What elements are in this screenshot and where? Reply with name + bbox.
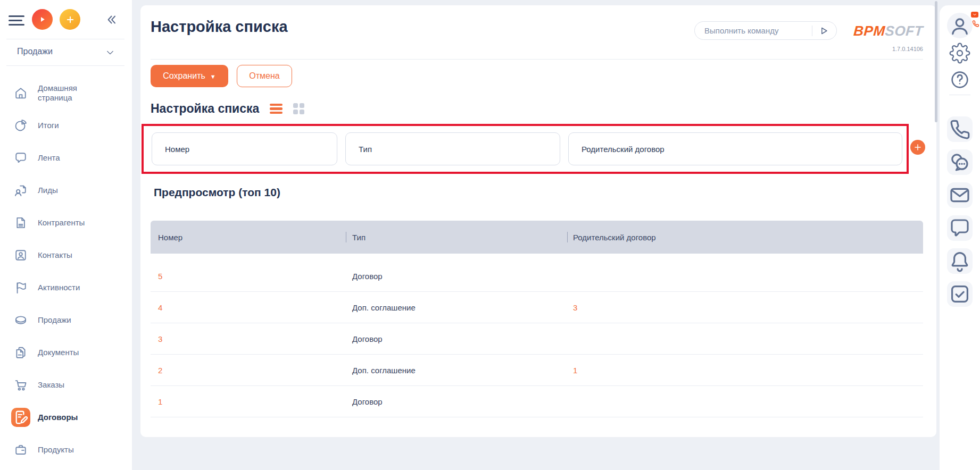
- row-number-link[interactable]: 2: [158, 366, 162, 375]
- notifications-button[interactable]: [947, 248, 973, 274]
- row-parent-link[interactable]: 1: [573, 366, 577, 375]
- preview-title: Предпросмотр (топ 10): [154, 186, 280, 199]
- row-type-cell: Договор: [346, 334, 567, 343]
- grid-view-toggle-icon[interactable]: [293, 103, 305, 115]
- right-rail: [940, 5, 980, 470]
- sidebar-nav: Домашняя страницаИтогиЛентаЛидыКонтраген…: [0, 77, 132, 466]
- feed-icon: [13, 150, 28, 165]
- activities-icon: [13, 280, 28, 295]
- profile-button[interactable]: [947, 13, 973, 38]
- save-button[interactable]: Сохранить ▼: [151, 65, 228, 87]
- sidebar-item-label: Продажи: [38, 315, 71, 325]
- columns-setup-area: НомерТипРодительский договор: [142, 124, 909, 174]
- table-body: 5Договор4Доп. соглашение33Договор2Доп. с…: [151, 261, 923, 417]
- workspace-selector[interactable]: Продажи: [0, 39, 132, 65]
- sidebar-item-label: Итоги: [38, 121, 59, 130]
- settings-button[interactable]: [949, 43, 970, 64]
- left-sidebar: Продажи Домашняя страницаИтогиЛентаЛидыК…: [0, 0, 132, 470]
- row-number-link[interactable]: 1: [158, 397, 162, 406]
- sidebar-item-documents[interactable]: Документы: [0, 336, 132, 368]
- scrollbar[interactable]: [935, 1, 937, 122]
- column-field-0[interactable]: Номер: [152, 132, 337, 165]
- cart-icon: [13, 377, 28, 392]
- table-header-cell[interactable]: Тип: [346, 221, 567, 254]
- bell-icon: [947, 248, 973, 274]
- chevron-down-icon: [105, 48, 115, 57]
- table-header-cell[interactable]: Номер: [151, 221, 346, 254]
- column-field-2[interactable]: Родительский договор: [568, 132, 902, 165]
- leads-icon: [13, 183, 28, 198]
- row-number-link[interactable]: 4: [158, 303, 162, 312]
- feed-button[interactable]: [947, 215, 973, 241]
- sidebar-item-home[interactable]: Домашняя страница: [0, 77, 132, 109]
- column-field-label: Номер: [165, 145, 189, 154]
- row-type-cell: Договор: [346, 272, 567, 281]
- row-number-link[interactable]: 3: [158, 334, 162, 343]
- quick-add-button[interactable]: [60, 9, 80, 30]
- sidebar-item-label: Домашняя страница: [38, 83, 107, 102]
- tasks-button[interactable]: [947, 281, 973, 307]
- run-command-icon[interactable]: [818, 25, 829, 37]
- notification-phone-badge: [971, 20, 979, 28]
- divider: [812, 26, 812, 36]
- sidebar-item-accounts[interactable]: Контрагенты: [0, 206, 132, 239]
- save-button-label: Сохранить: [163, 71, 205, 81]
- accounts-icon: [13, 215, 28, 230]
- command-box: [694, 21, 837, 40]
- add-column-button[interactable]: [910, 140, 925, 155]
- list-view-toggle-icon[interactable]: [270, 104, 283, 114]
- main-menu-icon[interactable]: [9, 15, 24, 27]
- pie-chart-icon: [13, 118, 28, 133]
- table-row[interactable]: 1Договор: [151, 386, 923, 417]
- run-process-button[interactable]: [32, 9, 53, 30]
- main-card: Настройка списка BPMSOFT 1.7.0.14106 Сох…: [140, 5, 936, 437]
- row-parent-link[interactable]: 3: [573, 303, 577, 312]
- row-type-cell: Доп. соглашение: [346, 366, 567, 375]
- sidebar-item-contracts[interactable]: Договоры: [0, 401, 132, 433]
- cancel-button[interactable]: Отмена: [237, 65, 292, 87]
- gear-icon: [949, 43, 970, 64]
- sidebar-item-orders[interactable]: Заказы: [0, 368, 132, 401]
- bpmsoft-logo: BPMSOFT: [852, 23, 924, 39]
- sales-icon: [13, 313, 28, 328]
- briefcase-icon: [13, 442, 28, 457]
- calls-button[interactable]: [947, 116, 973, 142]
- column-field-1[interactable]: Тип: [345, 132, 560, 165]
- messenger-button[interactable]: [947, 149, 973, 175]
- table-row[interactable]: 2Доп. соглашение1: [151, 355, 923, 386]
- row-type-cell: Договор: [346, 397, 567, 406]
- contract-icon: [11, 408, 30, 427]
- table-row[interactable]: 5Договор: [151, 261, 923, 292]
- page-title: Настройка списка: [151, 18, 288, 36]
- home-icon: [13, 86, 28, 100]
- sidebar-item-contacts[interactable]: Контакты: [0, 239, 132, 271]
- logo-primary: BPM: [853, 23, 885, 39]
- table-header-row: НомерТипРодительский договор: [151, 221, 923, 254]
- help-button[interactable]: [949, 69, 970, 90]
- table-row[interactable]: 4Доп. соглашение3: [151, 292, 923, 323]
- sidebar-item-feed[interactable]: Лента: [0, 141, 132, 174]
- plus-icon: [913, 143, 922, 152]
- email-button[interactable]: [947, 182, 973, 208]
- row-type-cell: Доп. соглашение: [346, 303, 567, 312]
- command-input[interactable]: [695, 22, 836, 39]
- sidebar-item-label: Документы: [38, 348, 79, 357]
- table-row[interactable]: 3Договор: [151, 323, 923, 355]
- sidebar-item-totals[interactable]: Итоги: [0, 109, 132, 141]
- collapse-sidebar-icon[interactable]: [104, 13, 118, 27]
- sidebar-item-leads[interactable]: Лиды: [0, 174, 132, 206]
- row-number-link[interactable]: 5: [158, 272, 162, 281]
- divider: [6, 65, 124, 66]
- play-icon: [38, 15, 47, 24]
- section-title: Настройка списка: [151, 102, 259, 116]
- divider: [949, 95, 970, 95]
- column-field-label: Родительский договор: [582, 145, 665, 154]
- sidebar-item-activities[interactable]: Активности: [0, 271, 132, 304]
- sidebar-item-products[interactable]: Продукты: [0, 433, 132, 466]
- divider: [151, 59, 923, 60]
- sidebar-item-sales[interactable]: Продажи: [0, 304, 132, 336]
- table-header-cell[interactable]: Родительский договор: [567, 221, 923, 254]
- check-square-icon: [947, 281, 973, 307]
- sidebar-item-label: Лента: [38, 153, 60, 163]
- sidebar-item-label: Лиды: [38, 186, 58, 195]
